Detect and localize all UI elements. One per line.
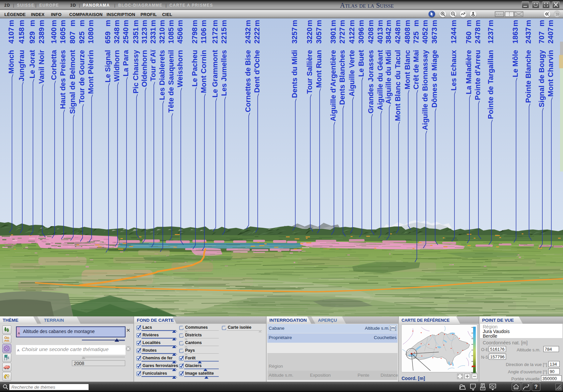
svg-text:m: m (17, 20, 26, 27)
svg-text:m: m (104, 20, 112, 27)
svg-text:2478: 2478 (473, 27, 482, 44)
svg-text:925: 925 (78, 31, 86, 44)
svg-text:Haut des Preises: Haut des Preises (59, 50, 67, 109)
svg-text:807: 807 (68, 31, 77, 44)
svg-text:m: m (486, 20, 495, 27)
svg-text:m: m (421, 20, 429, 27)
svg-text:4808: 4808 (403, 27, 412, 44)
svg-text:?: ? (534, 384, 538, 390)
svg-text:m: m (464, 20, 473, 27)
svg-text:m: m (449, 20, 458, 27)
svg-text:3096: 3096 (357, 27, 365, 44)
svg-text:Cornettes de Bise: Cornettes de Bise (244, 50, 252, 112)
svg-text:3220: 3220 (305, 27, 314, 44)
svg-text:Le Signal: Le Signal (104, 50, 112, 83)
svg-text:Le Grammont: Le Grammont (211, 50, 219, 98)
svg-text:m: m (384, 20, 393, 27)
svg-text:Aiguille du Géant: Aiguille du Géant (376, 50, 384, 110)
svg-text:Le Môle: Le Môle (511, 50, 519, 77)
svg-text:Jungfrau: Jungfrau (17, 50, 26, 81)
svg-text:Mont Charvin: Mont Charvin (546, 50, 555, 97)
svg-text:m: m (315, 20, 323, 27)
svg-text:1863: 1863 (511, 27, 519, 44)
svg-text:m: m (546, 20, 555, 27)
svg-text:1085: 1085 (167, 27, 175, 44)
svg-text:Le Jorat: Le Jorat (28, 50, 36, 78)
svg-text:m: m (244, 20, 252, 27)
svg-text:3901: 3901 (329, 27, 337, 44)
svg-text:4248: 4248 (394, 27, 402, 44)
svg-text:Aiguille du Midi: Aiguille du Midi (384, 50, 393, 104)
svg-text:1106: 1106 (199, 28, 208, 44)
svg-text:Mont Cornin: Mont Cornin (199, 50, 208, 93)
svg-text:1605: 1605 (59, 27, 67, 44)
svg-text:1244: 1244 (449, 27, 458, 44)
svg-text:m: m (367, 20, 375, 27)
svg-text:Mönch: Mönch (7, 50, 15, 74)
svg-text:m: m (220, 20, 228, 27)
svg-text:m: m (59, 20, 67, 27)
svg-text:2798: 2798 (190, 27, 199, 44)
svg-text:3673: 3673 (430, 27, 438, 44)
svg-text:m: m (176, 20, 184, 27)
svg-text:Dents Blanches: Dents Blanches (338, 50, 346, 105)
svg-text:Weisshorn: Weisshorn (176, 50, 184, 87)
svg-text:m: m (394, 20, 402, 27)
svg-text:Mont Blanc du Tacul: Mont Blanc du Tacul (394, 50, 402, 121)
svg-text:Mont Ruan: Mont Ruan (315, 50, 323, 88)
svg-text:m: m (290, 20, 299, 27)
svg-text:m: m (473, 20, 482, 27)
svg-text:m: m (430, 20, 438, 27)
svg-text:Dent d'Oche: Dent d'Oche (253, 50, 261, 93)
svg-text:Corbetta: Corbetta (50, 50, 58, 80)
svg-text:Les Jumelles: Les Jumelles (220, 50, 228, 96)
svg-text:m: m (132, 20, 140, 27)
svg-text:3057: 3057 (315, 27, 323, 44)
svg-text:3257: 3257 (290, 27, 299, 44)
svg-text:Dômes de Miage: Dômes de Miage (430, 50, 438, 108)
svg-text:4052: 4052 (421, 27, 429, 44)
svg-text:m: m (338, 20, 346, 27)
svg-text:m: m (199, 20, 208, 27)
svg-text:4158: 4158 (17, 27, 26, 44)
svg-text:4208: 4208 (367, 27, 375, 44)
svg-text:m: m (357, 20, 365, 27)
svg-text:m: m (412, 20, 420, 27)
svg-text:2407: 2407 (546, 27, 555, 44)
svg-text:3123: 3123 (140, 27, 148, 44)
svg-text:4506: 4506 (176, 27, 184, 44)
svg-text:Aiguille de Bionnassay: Aiguille de Bionnassay (421, 50, 429, 130)
svg-text:m: m (537, 20, 546, 27)
svg-text:725: 725 (412, 31, 420, 44)
svg-text:Oldenhorn: Oldenhorn (140, 50, 148, 87)
svg-text:m: m (253, 20, 261, 27)
svg-text:2351: 2351 (132, 27, 140, 44)
svg-text:m: m (329, 20, 337, 27)
svg-text:m: m (68, 20, 77, 27)
svg-text:Signal de Belmont: Signal de Belmont (68, 50, 77, 114)
svg-text:2727: 2727 (338, 27, 346, 44)
svg-text:m: m (376, 20, 384, 27)
svg-text:Pointe de Targaillan: Pointe de Targaillan (486, 50, 495, 119)
svg-text:La Maladière: La Maladière (464, 50, 473, 94)
svg-text:Les Echaux: Les Echaux (449, 50, 458, 91)
svg-text:m: m (122, 20, 130, 27)
svg-text:Les Diablerets: Les Diablerets (158, 50, 166, 100)
svg-text:m: m (190, 20, 199, 27)
svg-text:Pointe d'Arreu: Pointe d'Arreu (473, 50, 482, 100)
svg-text:Wildhorn: Wildhorn (113, 50, 121, 82)
svg-text:3248: 3248 (113, 27, 121, 44)
svg-text:760: 760 (464, 31, 473, 44)
svg-text:4013: 4013 (376, 27, 384, 44)
svg-text:2437: 2437 (524, 27, 532, 44)
svg-text:m: m (113, 20, 121, 27)
svg-text:Mont Pèlerin: Mont Pèlerin (87, 50, 95, 94)
svg-text:929: 929 (28, 31, 36, 44)
svg-text:Aiguille Verte: Aiguille Verte (348, 50, 356, 96)
svg-text:4107: 4107 (7, 27, 15, 44)
svg-text:La Para: La Para (122, 50, 130, 76)
svg-text:m: m (149, 20, 157, 27)
svg-text:m: m (87, 20, 95, 27)
svg-text:m: m (511, 20, 519, 27)
svg-text:2389: 2389 (37, 27, 46, 44)
